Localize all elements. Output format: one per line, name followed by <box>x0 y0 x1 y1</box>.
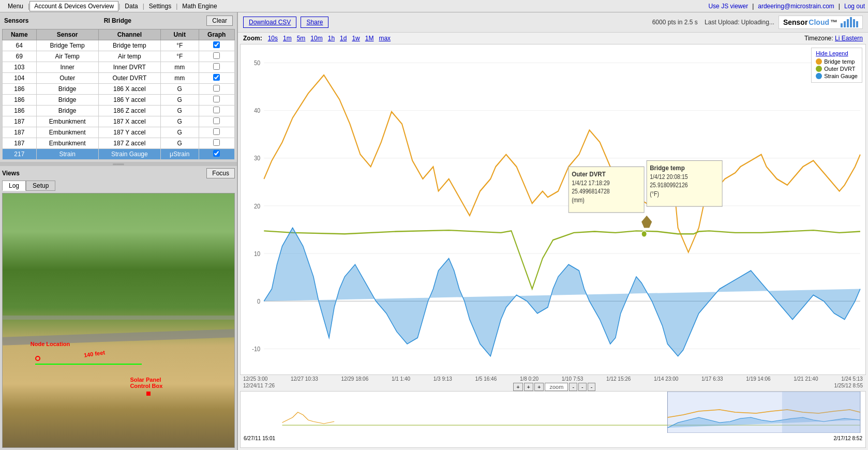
graph-checkbox[interactable] <box>213 74 220 81</box>
zoom-1m[interactable]: 1m <box>281 35 293 42</box>
zoom-minus2-btn[interactable]: - <box>578 383 587 391</box>
graph-checkbox[interactable] <box>213 63 220 70</box>
x-label-10: 1/17 6:33 <box>701 376 723 382</box>
x-end-label: 1/25/12 8:55 <box>834 383 863 391</box>
cell-graph[interactable] <box>199 106 234 116</box>
graph-checkbox[interactable] <box>213 96 220 102</box>
panel-divider[interactable] <box>0 162 237 166</box>
cell-graph[interactable] <box>199 84 234 95</box>
table-row[interactable]: 186 Bridge 186 X accel G <box>3 84 235 95</box>
graph-checkbox[interactable] <box>213 139 220 146</box>
table-row[interactable]: 186 Bridge 186 Y accel G <box>3 95 235 106</box>
table-row[interactable]: 103 Inner Inner DVRT mm <box>3 62 235 73</box>
cell-graph[interactable] <box>199 138 234 149</box>
x-label-4: 1/3 9:13 <box>433 376 452 382</box>
nav-bottom: 6/27/11 15:01 2/17/12 8:52 <box>241 434 865 442</box>
zoom-1w[interactable]: 1w <box>350 35 361 42</box>
table-header-row: Name Sensor Channel Unit Graph <box>3 29 235 40</box>
zoom-in-btn[interactable]: + <box>524 383 533 391</box>
nav-menu[interactable]: Menu <box>3 1 28 11</box>
cell-sensor: Embunkment <box>36 127 98 138</box>
download-csv-button[interactable]: Download CSV <box>243 17 296 28</box>
zoom-1M[interactable]: 1M <box>364 35 376 42</box>
cell-sensor: Inner <box>36 62 98 73</box>
cell-graph[interactable] <box>199 40 234 51</box>
logo-bar1 <box>841 23 843 27</box>
table-row[interactable]: 69 Air Temp Air temp °F <box>3 51 235 62</box>
hide-legend-link[interactable]: Hide Legend <box>816 50 858 56</box>
table-row[interactable]: 217 Strain Strain Gauge μStrain <box>3 149 235 160</box>
table-row[interactable]: 104 Outer Outer DVRT mm <box>3 73 235 84</box>
cell-channel: 187 Y accel <box>98 127 160 138</box>
tab-log[interactable]: Log <box>2 181 26 191</box>
cell-unit: G <box>160 84 199 95</box>
tab-setup[interactable]: Setup <box>26 181 55 191</box>
svg-text:25.9180992126: 25.9180992126 <box>650 182 687 189</box>
nav-settings[interactable]: Settings <box>144 1 176 11</box>
logo-bars <box>841 17 858 27</box>
table-row[interactable]: 186 Bridge 186 Z accel G <box>3 106 235 116</box>
use-js-viewer-link[interactable]: Use JS viewer <box>708 3 748 10</box>
cell-unit: G <box>160 138 199 149</box>
zoom-out-btn[interactable]: + <box>513 383 522 391</box>
svg-text:-10: -10 <box>252 345 260 353</box>
views-tabs: Log Setup <box>2 181 235 191</box>
graph-checkbox[interactable] <box>213 150 220 157</box>
table-row[interactable]: 187 Embunkment 187 Z accel G <box>3 138 235 149</box>
graph-checkbox[interactable] <box>213 41 220 48</box>
cell-graph[interactable] <box>199 116 234 127</box>
nav-data[interactable]: Data <box>120 1 142 11</box>
zoom-btn3[interactable]: + <box>534 383 544 391</box>
table-row[interactable]: 187 Embunkment 187 X accel G <box>3 116 235 127</box>
zoom-5m[interactable]: 5m <box>295 35 307 42</box>
timezone-label: Timezone: <box>804 35 833 42</box>
sensors-section: Sensors RI Bridge Clear Name Sensor Chan… <box>0 12 237 162</box>
legend-strain-gauge: Strain Gauge <box>816 73 858 79</box>
nav-math-engine[interactable]: Math Engine <box>177 1 221 11</box>
cell-sensor: Bridge <box>36 84 98 95</box>
timezone-value[interactable]: Li Eastern <box>835 35 863 42</box>
zoom-10s[interactable]: 10s <box>266 35 279 42</box>
graph-checkbox[interactable] <box>213 128 220 135</box>
clear-button[interactable]: Clear <box>206 16 233 26</box>
table-row[interactable]: 64 Bridge Temp Bridge temp °F <box>3 40 235 51</box>
cell-channel: Bridge temp <box>98 40 160 51</box>
cell-graph[interactable] <box>199 62 234 73</box>
main-chart-area[interactable]: 50 40 30 20 10 0 -10 Outer DVRT 1/4/12 1… <box>240 44 866 375</box>
cell-name: 186 <box>3 106 37 116</box>
zoom-max[interactable]: max <box>377 35 392 42</box>
cell-sensor: Bridge Temp <box>36 40 98 51</box>
cell-graph[interactable] <box>199 127 234 138</box>
cell-graph[interactable] <box>199 149 234 160</box>
nav-account[interactable]: Account & Devices Overview <box>29 1 118 11</box>
cell-unit: G <box>160 127 199 138</box>
focus-button[interactable]: Focus <box>206 168 235 178</box>
views-section: Views Focus Log Setup Node Location 140 … <box>0 166 237 450</box>
graph-checkbox[interactable] <box>213 52 220 59</box>
cell-unit: °F <box>160 51 199 62</box>
zoom-1d[interactable]: 1d <box>338 35 348 42</box>
navigator-area[interactable]: 6/27/11 15:01 2/17/12 8:52 <box>240 391 866 448</box>
user-email[interactable]: ardeering@microstrain.com <box>758 3 834 10</box>
views-title: Views <box>2 170 20 177</box>
graph-checkbox[interactable] <box>213 107 220 113</box>
nav-start-label: 6/27/11 15:01 <box>244 436 275 441</box>
cell-graph[interactable] <box>199 73 234 84</box>
cell-graph[interactable] <box>199 51 234 62</box>
graph-checkbox[interactable] <box>213 117 220 124</box>
zoom-1h[interactable]: 1h <box>326 35 336 42</box>
x-label-11: 1/19 14:06 <box>746 376 770 382</box>
graph-checkbox[interactable] <box>213 85 220 92</box>
x-label-1: 12/27 10:33 <box>291 376 318 382</box>
main-layout: Sensors RI Bridge Clear Name Sensor Chan… <box>0 12 868 450</box>
share-button[interactable]: Share <box>301 17 328 28</box>
table-row[interactable]: 187 Embunkment 187 Y accel G <box>3 127 235 138</box>
svg-rect-29 <box>782 392 860 433</box>
zoom-10m[interactable]: 10m <box>309 35 324 42</box>
road-overlay2 <box>3 316 234 320</box>
zoom-minus3-btn[interactable]: - <box>588 383 596 391</box>
cell-graph[interactable] <box>199 95 234 106</box>
logout-link[interactable]: Log out <box>844 3 865 10</box>
distance-label: 140 feet <box>83 350 105 359</box>
zoom-minus-btn[interactable]: - <box>569 383 577 391</box>
